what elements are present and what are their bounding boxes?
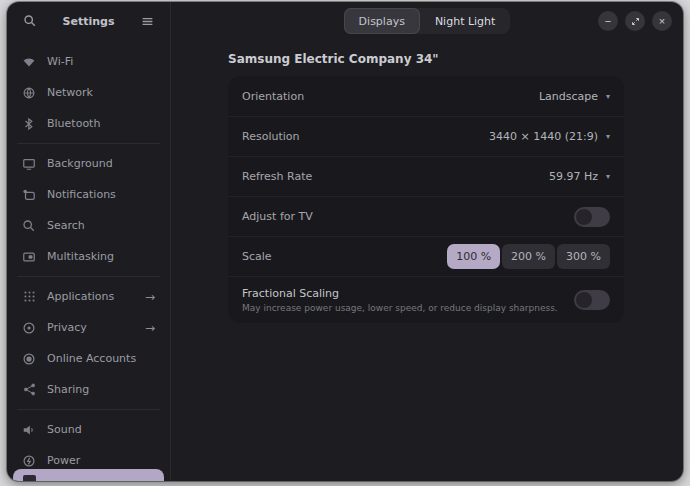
tab-displays[interactable]: Displays [344, 8, 420, 34]
network-icon [22, 86, 36, 100]
sidebar-item-displays-selected[interactable] [13, 469, 164, 481]
adjust-for-tv-row: Adjust for TV [228, 196, 624, 236]
resolution-dropdown[interactable]: 3440 × 1440 (21:9) ▾ [489, 130, 610, 143]
wifi-icon [22, 55, 36, 69]
sidebar-item-background[interactable]: Background [13, 148, 164, 179]
sidebar-item-wifi[interactable]: Wi-Fi [13, 46, 164, 77]
displays-icon [23, 475, 36, 481]
sidebar-item-search[interactable]: Search [13, 210, 164, 241]
display-settings-card: Orientation Landscape ▾ Resolution 3440 … [228, 76, 624, 323]
sidebar-item-label: Notifications [47, 188, 116, 201]
refresh-rate-row[interactable]: Refresh Rate 59.97 Hz ▾ [228, 156, 624, 196]
resolution-value: 3440 × 1440 (21:9) [489, 130, 598, 143]
sidebar-item-privacy[interactable]: Privacy → [13, 312, 164, 343]
scale-label: Scale [242, 250, 272, 263]
fractional-scaling-toggle[interactable] [574, 290, 610, 310]
chevron-down-icon: ▾ [606, 132, 610, 141]
sidebar-item-label: Search [47, 219, 85, 232]
toggle-knob [576, 209, 592, 225]
close-button[interactable]: × [652, 11, 672, 31]
sidebar-header: Settings [7, 2, 170, 40]
search-icon[interactable] [19, 10, 41, 32]
sidebar-divider [17, 276, 160, 277]
refresh-rate-dropdown[interactable]: 59.97 Hz ▾ [549, 170, 610, 183]
sidebar-item-multitasking[interactable]: Multitasking [13, 241, 164, 272]
scale-button-group: 100 % 200 % 300 % [447, 244, 610, 269]
scale-row: Scale 100 % 200 % 300 % [228, 236, 624, 276]
sidebar-item-label: Background [47, 157, 113, 170]
scale-200-button[interactable]: 200 % [502, 244, 555, 269]
resolution-row[interactable]: Resolution 3440 × 1440 (21:9) ▾ [228, 116, 624, 156]
monitor-name-heading: Samsung Electric Company 34" [228, 52, 683, 66]
background-icon [22, 157, 36, 171]
sidebar-divider [17, 409, 160, 410]
sidebar-item-sound[interactable]: Sound [13, 414, 164, 445]
sidebar-item-label: Multitasking [47, 250, 114, 263]
maximize-button[interactable] [625, 11, 645, 31]
minimize-button[interactable]: − [598, 11, 618, 31]
sidebar-item-label: Privacy [47, 321, 87, 334]
sidebar-item-label: Bluetooth [47, 117, 100, 130]
sharing-icon [22, 383, 36, 397]
sidebar-item-label: Wi-Fi [47, 55, 73, 68]
bluetooth-icon [22, 117, 36, 131]
minimize-icon: − [605, 16, 611, 27]
toggle-knob [576, 292, 592, 308]
headerbar: Displays Night Light − × [171, 2, 683, 40]
menu-hamburger-icon[interactable] [136, 10, 158, 32]
displays-content: Samsung Electric Company 34" Orientation… [171, 40, 683, 481]
scale-100-button[interactable]: 100 % [447, 244, 500, 269]
tab-night-light[interactable]: Night Light [420, 8, 511, 34]
sidebar-item-label: Sharing [47, 383, 89, 396]
sidebar-item-label: Online Accounts [47, 352, 136, 365]
chevron-down-icon: ▾ [606, 172, 610, 181]
sidebar-item-label: Applications [47, 290, 114, 303]
settings-window: Settings Wi-Fi Network [7, 2, 683, 481]
window-controls: − × [598, 11, 672, 31]
forward-arrow-icon: → [145, 290, 155, 304]
fractional-scaling-row: Fractional Scaling May increase power us… [228, 276, 624, 323]
sidebar-item-applications[interactable]: Applications → [13, 281, 164, 312]
sidebar-item-online-accounts[interactable]: Online Accounts [13, 343, 164, 374]
sidebar-item-label: Sound [47, 423, 82, 436]
refresh-rate-value: 59.97 Hz [549, 170, 598, 183]
notifications-icon [22, 188, 36, 202]
sound-icon [22, 423, 36, 437]
adjust-for-tv-label: Adjust for TV [242, 210, 313, 223]
sidebar: Settings Wi-Fi Network [7, 2, 171, 481]
sidebar-item-label: Network [47, 86, 93, 99]
app-title: Settings [41, 15, 136, 28]
forward-arrow-icon: → [145, 321, 155, 335]
online-accounts-icon [22, 352, 36, 366]
orientation-value: Landscape [539, 90, 598, 103]
orientation-label: Orientation [242, 90, 304, 103]
orientation-row[interactable]: Orientation Landscape ▾ [228, 76, 624, 116]
search-settings-icon [22, 219, 36, 233]
privacy-icon [22, 321, 36, 335]
adjust-for-tv-toggle[interactable] [574, 207, 610, 227]
sidebar-item-network[interactable]: Network [13, 77, 164, 108]
power-icon [22, 454, 36, 468]
resolution-label: Resolution [242, 130, 299, 143]
multitasking-icon [22, 250, 36, 264]
applications-grid-icon [22, 290, 36, 304]
orientation-dropdown[interactable]: Landscape ▾ [539, 90, 610, 103]
view-switcher: Displays Night Light [344, 8, 511, 34]
sidebar-nav: Wi-Fi Network Bluetooth [7, 40, 170, 481]
chevron-down-icon: ▾ [606, 92, 610, 101]
sidebar-item-notifications[interactable]: Notifications [13, 179, 164, 210]
sidebar-item-sharing[interactable]: Sharing [13, 374, 164, 405]
sidebar-divider [17, 143, 160, 144]
close-icon: × [659, 16, 665, 27]
scale-300-button[interactable]: 300 % [557, 244, 610, 269]
refresh-rate-label: Refresh Rate [242, 170, 312, 183]
fractional-scaling-text: Fractional Scaling May increase power us… [242, 287, 568, 313]
sidebar-item-bluetooth[interactable]: Bluetooth [13, 108, 164, 139]
maximize-icon [631, 17, 640, 26]
sidebar-item-label: Power [47, 454, 80, 467]
fractional-scaling-subtitle: May increase power usage, lower speed, o… [242, 303, 558, 313]
fractional-scaling-label: Fractional Scaling [242, 287, 558, 300]
main-panel: Displays Night Light − × Samsung Electri… [171, 2, 683, 481]
